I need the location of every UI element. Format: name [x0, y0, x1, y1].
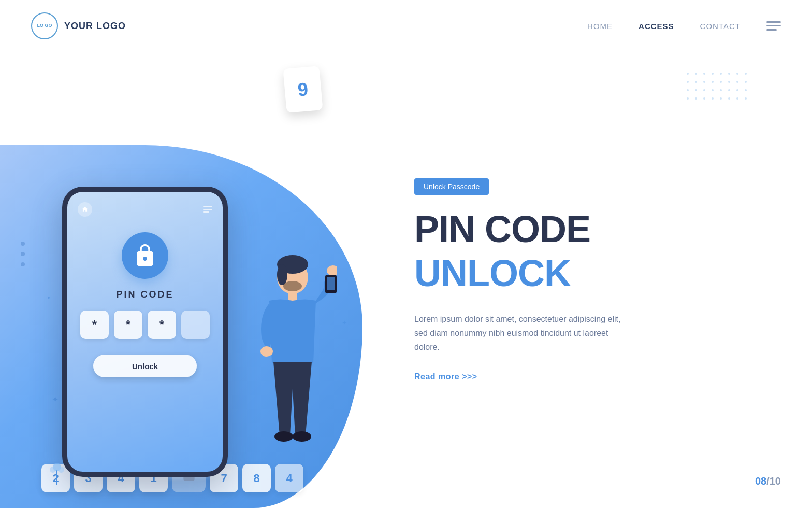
- page-counter: 08/10: [755, 475, 781, 487]
- dot: [21, 242, 25, 246]
- pin-code-label: PIN CODE: [116, 289, 173, 300]
- pin-box-1[interactable]: *: [80, 311, 109, 339]
- svg-point-3: [283, 281, 302, 291]
- phone-unlock-button[interactable]: Unlock: [93, 355, 197, 377]
- badge: Unlock Passcode: [414, 178, 489, 195]
- page-total: 10: [770, 475, 781, 487]
- dot: [21, 252, 25, 256]
- phone-menu-icon: [203, 206, 212, 213]
- phone-mockup: PIN CODE * * * Unlock: [62, 187, 228, 477]
- phone-top-bar: [78, 202, 212, 217]
- main-title-line1: PIN CODE: [414, 210, 771, 248]
- svg-point-13: [50, 467, 56, 473]
- pin-box-3[interactable]: *: [148, 311, 176, 339]
- decorative-dots-left: [21, 242, 25, 266]
- sparkle-3: ✦: [342, 319, 347, 327]
- lock-icon-circle: [122, 232, 168, 279]
- content-area: Unlock Passcode PIN CODE UNLOCK Lorem ip…: [363, 52, 812, 508]
- page-current: 08: [755, 475, 766, 487]
- dot: [21, 262, 25, 266]
- main-title-line2: UNLOCK: [414, 253, 771, 294]
- menu-line: [766, 25, 781, 27]
- sparkle-2: ✦: [47, 295, 51, 301]
- phone-home-icon: [78, 202, 92, 217]
- svg-point-2: [277, 264, 287, 285]
- phone-menu-line: [203, 211, 209, 213]
- description-text: Lorem ipsum dolor sit amet, consectetuer…: [414, 312, 621, 355]
- menu-line: [766, 21, 781, 23]
- pin-box-2[interactable]: *: [114, 311, 142, 339]
- pin-box-4[interactable]: [181, 311, 210, 339]
- svg-point-5: [260, 346, 273, 357]
- hamburger-menu[interactable]: [766, 21, 781, 31]
- sparkle-1: ✦: [52, 394, 59, 404]
- svg-point-9: [274, 431, 293, 442]
- nav-contact[interactable]: CONTACT: [700, 22, 741, 31]
- svg-point-14: [58, 467, 64, 473]
- main-content: PIN CODE * * * Unlock 9 2 3 4 1 7: [0, 52, 812, 508]
- logo-circle: LO GO: [31, 12, 58, 39]
- person-figure: [249, 249, 337, 477]
- logo-circle-text: LO GO: [37, 23, 52, 29]
- logo-text: YOUR LOGO: [64, 21, 126, 32]
- phone-menu-line: [203, 206, 212, 207]
- logo-area: LO GO YOUR LOGO: [31, 12, 126, 39]
- pin-input-boxes: * * *: [80, 311, 210, 339]
- flower-decoration: [47, 459, 67, 487]
- svg-rect-8: [327, 277, 335, 290]
- header: LO GO YOUR LOGO HOME ACCESS CONTACT: [0, 0, 812, 52]
- svg-point-6: [327, 265, 337, 276]
- menu-line: [766, 29, 777, 31]
- nav-access[interactable]: ACCESS: [639, 22, 674, 31]
- read-more-link[interactable]: Read more >>>: [414, 372, 771, 382]
- illustration-area: PIN CODE * * * Unlock 9 2 3 4 1 7: [0, 52, 363, 508]
- svg-point-10: [293, 431, 311, 442]
- navigation: HOME ACCESS CONTACT: [587, 21, 781, 31]
- nav-home[interactable]: HOME: [587, 22, 613, 31]
- phone-menu-line: [203, 209, 212, 210]
- number-nine-card: 9: [283, 66, 323, 113]
